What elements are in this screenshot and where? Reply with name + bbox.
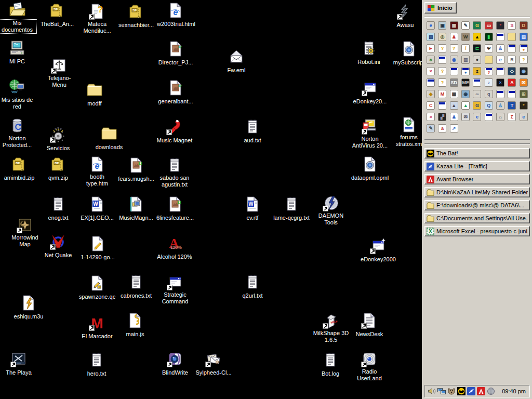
quicklaunch-gold-flame-icon[interactable]: / <box>461 44 470 52</box>
quicklaunch-window-app-5-icon[interactable] <box>496 67 504 75</box>
task-button-c-documents-and-settings-all-use[interactable]: C:\Documents and Settings\All Use... <box>424 213 530 223</box>
quicklaunch-user-pair-2-icon[interactable]: ♟ <box>450 113 458 121</box>
quicklaunch-window-app-3-icon[interactable] <box>438 56 446 64</box>
the-bat-tray-icon[interactable] <box>457 387 466 395</box>
desktop-icon-6linesfeature[interactable]: 326linesfeature... <box>155 196 195 222</box>
quicklaunch-photo-viewer-icon[interactable]: ▦ <box>450 21 458 30</box>
quicklaunch-mail-send-icon[interactable]: ✉ <box>461 113 470 121</box>
desktop-icon-telejano-menu[interactable]: Telejano-Menu <box>39 57 79 89</box>
quicklaunch-terminal-icon[interactable]: ▮ <box>485 33 493 41</box>
desktop-icon-net-quake[interactable]: Net Quake <box>38 233 78 259</box>
desktop-icon-director-pj[interactable]: 32Director_PJ... <box>156 41 195 66</box>
quicklaunch-user-single-icon[interactable]: ♙ <box>496 44 504 52</box>
quicklaunch-tree-icon[interactable]: ♣ <box>427 56 435 64</box>
quicklaunch-rocket-icon[interactable]: ▲ <box>461 101 470 110</box>
quicklaunch-pacman-icon[interactable]: C <box>427 101 435 110</box>
desktop-icon-music-magnet[interactable]: Music Magnet <box>155 118 194 144</box>
quicklaunch-setup-doc-2-icon[interactable]: ? <box>450 44 458 52</box>
quicklaunch-clock-app-icon[interactable]: Q <box>485 101 493 110</box>
desktop-icon-q2url-txt[interactable]: q2url.txt <box>233 274 272 300</box>
volume-tray-icon[interactable] <box>428 387 436 395</box>
quicklaunch-my-computer-icon[interactable]: ▣ <box>438 21 446 30</box>
wolf-tray-icon[interactable] <box>447 387 456 395</box>
desktop-icon-aud-txt[interactable]: aud.txt <box>233 118 272 144</box>
quicklaunch-window-media-icon[interactable]: ● <box>520 44 528 52</box>
desktop-icon-hero-txt[interactable]: hero.txt <box>77 352 116 378</box>
quicklaunch-folder-1-icon[interactable] <box>508 33 516 41</box>
desktop-icon-milkshape-3d-1-6-5[interactable]: MILKMilkShape 3D 1.6.5 <box>311 312 351 344</box>
desktop-icon-1-14290-go[interactable]: 1-14290-go... <box>78 235 117 261</box>
quicklaunch-window-app-10-icon[interactable] <box>438 101 446 110</box>
quicklaunch-doc-writer-icon[interactable]: ✎ <box>461 21 470 30</box>
quicklaunch-blue-person-icon[interactable]: ♙ <box>496 101 504 110</box>
quicklaunch-eye-viewer-icon[interactable]: ◉ <box>461 90 470 98</box>
task-button-microsoft-excel-presupuesto-c-juni[interactable]: XMicrosoft Excel - presupuesto-c-juni... <box>424 226 530 236</box>
quicklaunch-red-chevrons-icon[interactable]: » <box>427 113 435 121</box>
quicklaunch-q-app-icon[interactable]: q <box>485 90 493 98</box>
quicklaunch-notes-icon[interactable]: ▤ <box>427 33 435 41</box>
quicklaunch-shortcut-window-icon[interactable]: ↗ <box>450 124 458 132</box>
quicklaunch-window-app-6-icon[interactable] <box>427 78 435 87</box>
desktop[interactable]: Mis documentosZIPTheBat_An...?Mateca Men… <box>0 0 422 399</box>
quicklaunch-window-app-1-icon[interactable] <box>496 33 504 41</box>
desktop-icon-forums-stratos-xm[interactable]: forums stratos.xm <box>389 116 422 148</box>
desktop-icon-musicmagn[interactable]: MusicMagn... <box>116 196 156 222</box>
quicklaunch-dark-sphere-icon[interactable]: ● <box>473 56 481 64</box>
quicklaunch-blue-cube-icon[interactable]: T <box>508 101 516 110</box>
quicklaunch-checker-cam-icon[interactable]: ▩ <box>450 90 458 98</box>
desktop-icon-robot-ini[interactable]: Robot.ini <box>349 40 389 66</box>
desktop-icon-main-js[interactable]: main.js <box>115 312 155 338</box>
desktop-icon-modff[interactable]: modff <box>75 82 114 108</box>
desktop-icon-booth-type-htm[interactable]: ebooth type.htm <box>77 156 117 188</box>
quicklaunch-dark-cat-icon[interactable]: ▞ <box>438 113 446 121</box>
sphere-tray-icon[interactable] <box>487 387 495 395</box>
desktop-icon-mis-sitios-de-red[interactable]: Mis sitios de red <box>0 79 37 111</box>
desktop-icon-spawnzone-qc[interactable]: spawnzone.qc <box>77 275 117 301</box>
quicklaunch-window-help-icon[interactable]: ? <box>485 67 493 75</box>
quicklaunch-ie-2-icon[interactable]: e <box>473 113 481 121</box>
quicklaunch-avant-mini-icon[interactable]: A <box>508 78 516 87</box>
desktop-icon-radio-userland[interactable]: Radio UserLand <box>350 351 389 382</box>
clock[interactable]: 09:40 pm <box>502 388 527 394</box>
desktop-icon-lame-qcgrg-txt[interactable]: lame-qcgrg.txt <box>272 196 311 222</box>
desktop-icon-servicios[interactable]: Servicios <box>38 126 78 152</box>
desktop-icon-sylpheed-cl[interactable]: Sylpheed-Cl... <box>194 351 233 377</box>
quicklaunch-pyramid-icon[interactable]: ▲ <box>450 101 458 110</box>
quicklaunch-black-x-icon[interactable]: × <box>496 78 504 87</box>
desktop-icon-mateca-mendiluc[interactable]: ?Mateca Mendiluc... <box>77 3 117 35</box>
desktop-icon-alcohol-120[interactable]: A120%Alcohol 120% <box>155 235 194 261</box>
desktop-icon-bot-log[interactable]: Bot.log <box>311 352 350 378</box>
quicklaunch-setup-doc-3-icon[interactable]: ? <box>520 56 528 64</box>
quicklaunch-window-app-4-icon[interactable] <box>450 67 458 75</box>
quicklaunch-internet-explorer-icon[interactable]: e <box>427 21 435 30</box>
quicklaunch-getright-icon[interactable]: G <box>473 21 481 30</box>
desktop-icon-norton-antivirus-20[interactable]: Norton AntiVirus 20... <box>350 118 390 150</box>
quicklaunch-ie-doc-icon[interactable]: e <box>496 56 504 64</box>
quicklaunch-tweak-tool-icon[interactable]: Ψ <box>485 44 493 52</box>
quicklaunch-flag-bird-icon[interactable]: ► <box>427 44 435 52</box>
desktop-icon-qvm-zip[interactable]: ZIPqvm.zip <box>38 156 78 182</box>
desktop-icon-newsdesk[interactable]: NewsDesk <box>350 312 389 338</box>
task-button-the-bat[interactable]: The Bat! <box>424 148 530 158</box>
desktop-icon-sabado-san-agustin-txt[interactable]: sabado san agustin.txt <box>155 157 194 189</box>
quicklaunch-window-app-2-icon[interactable] <box>508 44 516 52</box>
desktop-icon-eshiqu-m3u[interactable]: eshiqu.m3u <box>9 295 48 321</box>
quicklaunch-red-bat-icon[interactable]: M <box>438 90 446 98</box>
network-tray-icon[interactable] <box>437 387 446 395</box>
quicklaunch-plug-icon[interactable]: ⊏ <box>473 44 481 52</box>
quicklaunch-floppy-save-icon[interactable]: ▭ <box>485 21 493 30</box>
quicklaunch-colored-x-icon[interactable]: × <box>427 67 435 75</box>
desktop-icon-blindwrite[interactable]: BlindWrite <box>155 351 195 377</box>
desktop-icon-cabrones-txt[interactable]: cabrones.txt <box>116 274 156 300</box>
desktop-icon-mysubscript[interactable]: mySubscript <box>389 41 422 66</box>
quicklaunch-compass-icon[interactable]: ◆ <box>427 90 435 98</box>
desktop-icon-edonkey20[interactable]: eDonkey20... <box>350 79 390 105</box>
quicklaunch-globe-icon[interactable]: ◉ <box>450 56 458 64</box>
quicklaunch-home-icon[interactable]: ⌂ <box>496 113 504 121</box>
quicklaunch-me-app-icon[interactable]: ME <box>461 78 470 87</box>
quicklaunch-sigma-excel-icon[interactable]: Σ <box>508 113 516 121</box>
task-button-e-downloads-misc-data6[interactable]: E:\downloads\@ misc\@ DATA6\... <box>424 200 530 210</box>
desktop-icon-mis-documentos[interactable]: Mis documentos <box>0 2 37 34</box>
quicklaunch-reader-icon[interactable]: R <box>508 56 516 64</box>
quicklaunch-batman-icon[interactable]: ▲ <box>473 33 481 41</box>
